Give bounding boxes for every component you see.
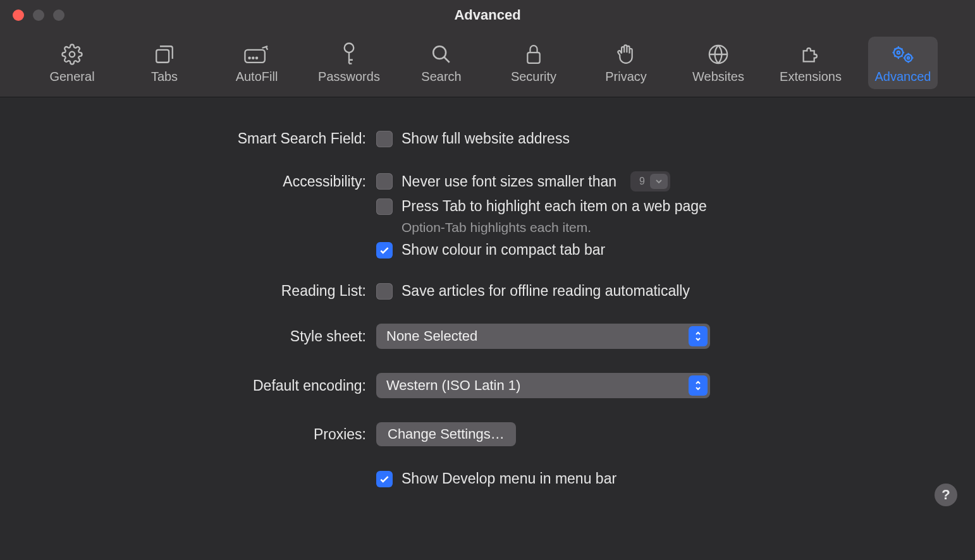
tab-highlight-label: Press Tab to highlight each item on a we… bbox=[402, 198, 707, 215]
tab-websites[interactable]: Websites bbox=[684, 37, 753, 89]
svg-point-6 bbox=[345, 43, 354, 52]
show-develop-checkbox[interactable] bbox=[376, 471, 393, 487]
min-font-checkbox[interactable] bbox=[376, 173, 393, 190]
show-full-address-label: Show full website address bbox=[402, 130, 570, 147]
svg-rect-2 bbox=[245, 50, 264, 63]
save-offline-label: Save articles for offline reading automa… bbox=[402, 283, 690, 300]
min-font-label: Never use font sizes smaller than bbox=[402, 173, 616, 190]
content-area: Smart Search Field: Show full website ad… bbox=[0, 97, 975, 519]
chevron-down-icon bbox=[650, 174, 668, 189]
tab-label: Search bbox=[421, 70, 461, 84]
change-settings-label: Change Settings… bbox=[388, 426, 505, 442]
help-button[interactable]: ? bbox=[935, 484, 957, 506]
svg-point-7 bbox=[433, 46, 446, 59]
zoom-window-button bbox=[53, 9, 64, 21]
key-icon bbox=[341, 42, 357, 67]
tab-highlight-checkbox[interactable] bbox=[376, 198, 393, 215]
autofill-icon bbox=[244, 42, 269, 67]
save-offline-checkbox[interactable] bbox=[376, 283, 393, 300]
tab-label: Passwords bbox=[318, 70, 380, 84]
style-sheet-select[interactable]: None Selected bbox=[376, 324, 710, 349]
style-sheet-value: None Selected bbox=[386, 328, 477, 344]
tab-security[interactable]: Security bbox=[499, 37, 568, 89]
tab-general[interactable]: General bbox=[37, 37, 107, 89]
tab-privacy[interactable]: Privacy bbox=[591, 37, 661, 89]
search-icon bbox=[431, 42, 452, 67]
globe-icon bbox=[708, 42, 729, 67]
svg-point-3 bbox=[248, 58, 250, 59]
tab-passwords[interactable]: Passwords bbox=[314, 37, 384, 89]
tab-label: Websites bbox=[692, 70, 744, 84]
tab-label: Tabs bbox=[151, 70, 178, 84]
tab-label: Privacy bbox=[605, 70, 647, 84]
svg-point-13 bbox=[907, 57, 909, 59]
proxies-label: Proxies: bbox=[38, 426, 376, 443]
svg-point-5 bbox=[256, 58, 257, 59]
gear-icon bbox=[61, 42, 83, 67]
svg-point-4 bbox=[252, 58, 254, 59]
hand-icon bbox=[616, 42, 636, 67]
compact-tab-colour-label: Show colour in compact tab bar bbox=[402, 241, 605, 259]
style-sheet-label: Style sheet: bbox=[38, 328, 376, 345]
help-label: ? bbox=[941, 487, 950, 503]
window-title: Advanced bbox=[454, 7, 520, 23]
svg-point-0 bbox=[70, 52, 75, 58]
svg-rect-8 bbox=[527, 52, 539, 63]
tab-label: Extensions bbox=[780, 70, 842, 84]
tabs-icon bbox=[154, 42, 175, 67]
puzzle-icon bbox=[800, 42, 821, 67]
smart-search-label: Smart Search Field: bbox=[38, 130, 376, 147]
select-stepper-icon bbox=[689, 375, 708, 396]
svg-point-11 bbox=[897, 51, 900, 54]
change-settings-button[interactable]: Change Settings… bbox=[376, 422, 516, 446]
tab-search[interactable]: Search bbox=[407, 37, 476, 89]
default-encoding-label: Default encoding: bbox=[38, 377, 376, 394]
traffic-lights bbox=[13, 9, 64, 21]
tab-extensions[interactable]: Extensions bbox=[776, 37, 845, 89]
minimize-window-button bbox=[33, 9, 44, 21]
titlebar: Advanced bbox=[0, 0, 975, 30]
svg-rect-1 bbox=[156, 50, 169, 63]
min-font-value: 9 bbox=[639, 176, 645, 187]
min-font-size-select[interactable]: 9 bbox=[630, 171, 670, 192]
tab-label: Advanced bbox=[875, 70, 931, 84]
select-stepper-icon bbox=[689, 326, 708, 346]
tab-autofill[interactable]: AutoFill bbox=[222, 37, 291, 89]
show-develop-label: Show Develop menu in menu bar bbox=[402, 470, 616, 487]
lock-icon bbox=[524, 42, 543, 67]
reading-list-label: Reading List: bbox=[38, 283, 376, 300]
tab-tabs[interactable]: Tabs bbox=[130, 37, 199, 89]
close-window-button[interactable] bbox=[13, 9, 24, 21]
preferences-toolbar: General Tabs AutoFill Passwords Search S… bbox=[0, 30, 975, 97]
tab-label: Security bbox=[511, 70, 556, 84]
tab-label: AutoFill bbox=[236, 70, 278, 84]
tab-highlight-hint: Option-Tab highlights each item. bbox=[402, 220, 591, 235]
svg-point-12 bbox=[905, 54, 912, 61]
advanced-gears-icon bbox=[890, 42, 916, 67]
accessibility-label: Accessibility: bbox=[38, 173, 376, 190]
compact-tab-colour-checkbox[interactable] bbox=[376, 242, 393, 259]
default-encoding-select[interactable]: Western (ISO Latin 1) bbox=[376, 373, 710, 398]
show-full-address-checkbox[interactable] bbox=[376, 131, 393, 147]
tab-label: General bbox=[49, 70, 94, 84]
default-encoding-value: Western (ISO Latin 1) bbox=[386, 377, 520, 394]
tab-advanced[interactable]: Advanced bbox=[868, 37, 938, 89]
